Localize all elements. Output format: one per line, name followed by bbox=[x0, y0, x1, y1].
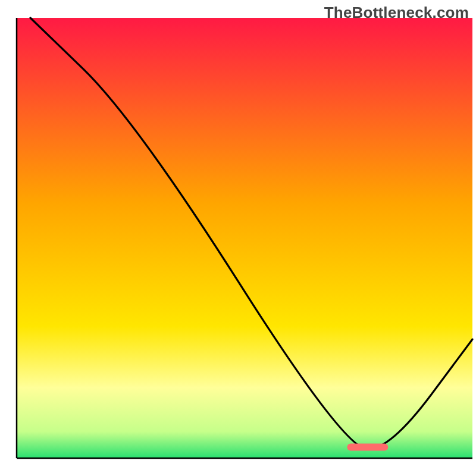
plot-background bbox=[17, 18, 472, 458]
watermark-text: TheBottleneck.com bbox=[324, 4, 469, 22]
bottleneck-chart bbox=[0, 0, 476, 476]
chart-container: TheBottleneck.com bbox=[0, 0, 476, 476]
highlight-marker bbox=[347, 444, 388, 451]
